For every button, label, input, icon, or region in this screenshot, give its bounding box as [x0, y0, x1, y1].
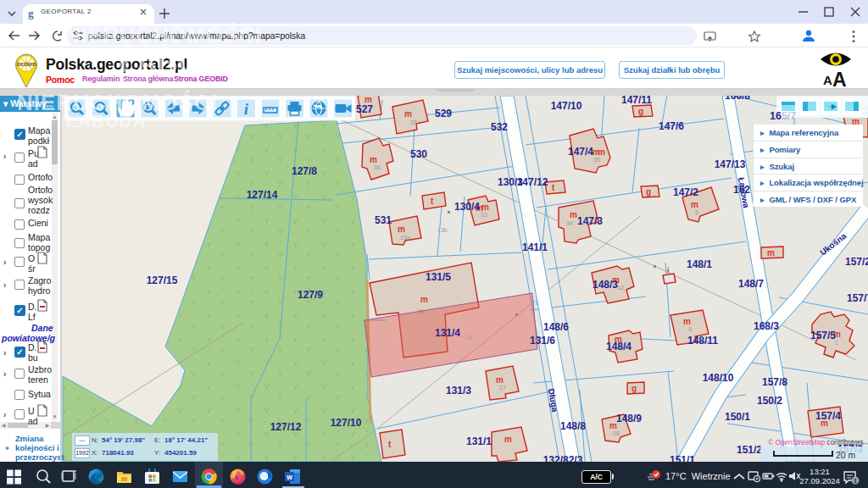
svg-text:A: A [823, 73, 832, 87]
svg-text:A: A [832, 69, 847, 87]
svg-text:g: g [28, 7, 34, 19]
svg-text:20 m: 20 m [836, 450, 856, 460]
svg-text:GEOBID: GEOBID [16, 62, 36, 67]
svg-text:165/7: 165/7 [770, 110, 796, 122]
svg-text:© OpenStreetMap contributors: © OpenStreetMap contributors [768, 438, 864, 446]
svg-text:w: w [286, 473, 292, 481]
svg-text:1: 1 [854, 478, 857, 484]
svg-text:i: i [244, 100, 249, 118]
